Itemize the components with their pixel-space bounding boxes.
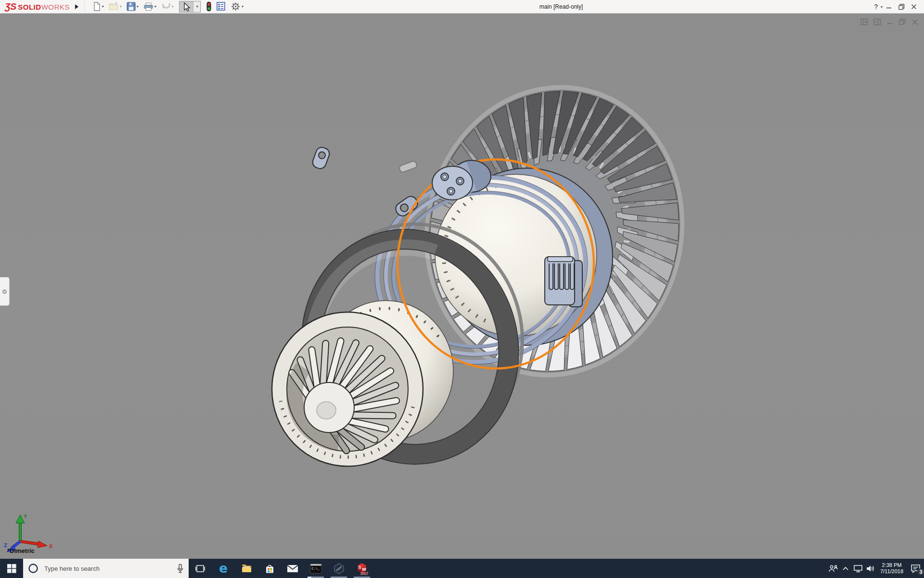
document-window-controls	[860, 18, 918, 26]
solidworks-logo: ƷS SOLID WORKS	[0, 1, 73, 12]
dropdown-caret[interactable]: ▾	[120, 4, 122, 9]
volume-button[interactable]	[864, 559, 877, 578]
menu-flyout-arrow[interactable]	[73, 1, 81, 12]
speaker-icon	[866, 565, 875, 573]
show-panel-left-icon[interactable]	[860, 18, 868, 26]
solidworks-app-icon: S W 2017	[356, 562, 369, 575]
print-icon	[143, 2, 154, 11]
triad-y-label: Y	[24, 513, 27, 519]
clock-time: 2:38 PM	[878, 562, 906, 568]
notification-badge: 3	[917, 568, 924, 576]
undo-arrow-icon	[161, 3, 171, 10]
close-document-icon[interactable]	[911, 18, 918, 26]
window-controls: ? ▾	[872, 0, 924, 13]
solidworks-logo-works: WORKS	[41, 3, 70, 11]
restore-icon	[898, 4, 905, 10]
sw-icon-year: 2017	[360, 571, 368, 575]
taskbar-clock[interactable]: 2:38 PM 7/11/2018	[877, 562, 907, 575]
cortana-icon	[28, 563, 38, 574]
close-icon	[911, 4, 917, 10]
sw-icon-letter-s: S	[358, 565, 361, 569]
restore-button[interactable]	[895, 0, 908, 13]
new-document-icon	[93, 2, 101, 11]
edge-icon: e	[217, 562, 230, 575]
people-button[interactable]	[827, 559, 839, 578]
right-triangle-icon	[75, 4, 79, 10]
stoplight-button[interactable]	[205, 1, 213, 13]
microphone-icon[interactable]	[177, 564, 184, 574]
mail-button[interactable]	[281, 559, 304, 578]
mail-icon	[287, 565, 298, 573]
chevron-up-icon	[842, 566, 849, 571]
stoplight-icon	[206, 1, 212, 12]
microsoft-store-button[interactable]	[258, 559, 281, 578]
dropdown-caret[interactable]: ▾	[137, 4, 139, 9]
action-center-button[interactable]: 3	[907, 559, 924, 578]
solidworks-logo-glyph: ƷS	[5, 1, 16, 12]
clock-date: 7/11/2018	[878, 568, 906, 575]
search-input[interactable]	[43, 565, 177, 573]
select-tool-dropdown[interactable]: ▾	[193, 1, 200, 12]
top-tab	[399, 160, 418, 172]
panel-knob-icon	[2, 289, 7, 294]
minimize-document-icon[interactable]	[886, 18, 893, 26]
dropdown-caret[interactable]: ▾	[102, 4, 104, 9]
collapsed-panel-tab[interactable]	[0, 277, 10, 306]
tray-overflow-button[interactable]	[839, 559, 852, 578]
windows-taskbar: e C:\_	[0, 559, 924, 578]
people-icon	[828, 565, 839, 573]
select-cursor-icon	[182, 2, 191, 12]
windows-logo-icon	[7, 564, 16, 573]
dropdown-caret[interactable]: ▾	[172, 4, 174, 9]
dropdown-caret[interactable]: ▾	[242, 4, 244, 9]
network-button[interactable]	[852, 559, 864, 578]
help-button[interactable]: ?	[872, 3, 880, 11]
minimize-button[interactable]	[883, 0, 895, 13]
window-title: main [Read-only]	[539, 0, 583, 13]
file-explorer-button[interactable]	[235, 559, 258, 578]
undo-button[interactable]: ▾	[160, 1, 175, 13]
sw-icon-letter-w: W	[362, 566, 366, 571]
select-tool-group[interactable]: ▾	[179, 1, 201, 13]
triad-z-label: Z	[4, 542, 7, 548]
save-floppy-icon	[127, 2, 136, 11]
options-list-button[interactable]	[215, 1, 227, 13]
network-icon	[853, 565, 863, 573]
minimize-icon	[886, 4, 892, 10]
hexagon-app-icon	[333, 563, 345, 575]
title-bar: ƷS SOLID WORKS ▾ ▾ ▾ ▾	[0, 0, 924, 13]
3d-model-jet-engine[interactable]	[0, 13, 924, 559]
cmd-icon-text: C:\_	[311, 567, 320, 571]
start-button[interactable]	[0, 559, 23, 578]
store-icon	[264, 563, 275, 574]
view-orientation-label: *Dimetric	[7, 547, 35, 554]
close-button[interactable]	[908, 0, 920, 13]
new-document-button[interactable]: ▾	[91, 1, 105, 13]
options-list-icon	[217, 2, 226, 11]
show-panel-right-icon[interactable]	[873, 18, 881, 26]
triad-x-label: X	[49, 543, 53, 549]
select-tool-button[interactable]	[180, 1, 193, 12]
restore-document-icon[interactable]	[898, 18, 906, 26]
command-prompt-icon: C:\_	[310, 564, 322, 574]
folder-icon	[241, 564, 252, 573]
solidworks-2017-button[interactable]: S W 2017	[350, 559, 373, 578]
command-prompt-button[interactable]: C:\_	[304, 559, 327, 578]
front-cowl	[272, 312, 423, 466]
save-button[interactable]: ▾	[125, 1, 140, 13]
toolbar-separator	[84, 1, 85, 12]
open-button[interactable]: ▾	[107, 1, 123, 13]
taskbar-search[interactable]	[23, 559, 189, 578]
dropdown-caret[interactable]: ▾	[154, 4, 156, 9]
svg-text:e: e	[219, 562, 228, 575]
settings-gear-icon	[231, 1, 241, 12]
solidworks-logo-solid: SOLID	[18, 3, 41, 11]
lug-bracket-2	[311, 146, 331, 171]
viewer-3d-button[interactable]	[327, 559, 350, 578]
task-view-button[interactable]	[189, 559, 212, 578]
print-button[interactable]: ▾	[142, 1, 158, 13]
task-view-icon	[195, 565, 205, 573]
settings-button[interactable]: ▾	[229, 1, 245, 13]
graphics-area[interactable]: Y X Z *Dimetric	[0, 13, 924, 559]
edge-button[interactable]: e	[212, 559, 235, 578]
